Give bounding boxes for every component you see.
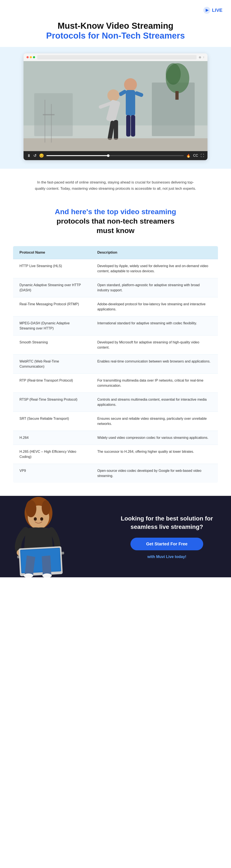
protocol-name: H.264: [13, 431, 91, 445]
table-row: H.265 (HEVC – High Efficiency Video Codi…: [13, 445, 218, 464]
browser-bar: ⊕ ↑: [24, 53, 207, 61]
title-line1: Must-Know Video Streaming: [26, 21, 205, 31]
protocol-name: H.265 (HEVC – High Efficiency Video Codi…: [13, 445, 91, 464]
protocol-desc: Open-source video codec developed by Goo…: [91, 464, 218, 483]
cta-person-illustration: [0, 496, 81, 577]
protocol-desc: Widely used video compression codec for …: [91, 431, 218, 445]
page-header: LIVE: [0, 0, 231, 19]
svg-point-26: [26, 500, 36, 517]
svg-rect-13: [126, 115, 130, 136]
protocol-name: RTSP (Real-Time Streaming Protocol): [13, 393, 91, 412]
dot-green: [33, 56, 35, 58]
table-section: Protocol Name Description HTTP Live Stre…: [0, 244, 231, 496]
cta-content: Looking for the best solution for seamle…: [120, 514, 214, 559]
logo-icon: [203, 6, 211, 14]
section-heading-line1: And here's the top video streaming: [26, 207, 205, 216]
protocol-name: Real-Time Messaging Protocol (RTMP): [13, 297, 91, 316]
controls-right: 🔥 CC ⛶: [186, 154, 204, 158]
title-line2: Protocols for Non-Tech Streamers: [26, 31, 205, 40]
protocol-desc: Ensures secure and reliable video stream…: [91, 412, 218, 431]
progress-thumb: [107, 154, 110, 157]
logo: LIVE: [203, 6, 223, 14]
protocol-desc: For transmitting multimedia data over IP…: [91, 374, 218, 393]
protocol-desc: Developed by Microsoft for adaptive stre…: [91, 336, 218, 354]
table-row: HTTP Live Streaming (HLS) Developed by A…: [13, 259, 218, 278]
protocol-desc: The successor to H.264, offering higher …: [91, 445, 218, 464]
dot-yellow: [30, 56, 32, 58]
title-section: Must-Know Video Streaming Protocols for …: [0, 19, 231, 47]
protocol-name: WebRTC (Web Real-Time Communication): [13, 354, 91, 374]
browser-address-bar: [37, 55, 197, 59]
svg-point-27: [42, 500, 50, 515]
protocol-desc: Enables real-time communication between …: [91, 354, 218, 374]
col-header-name: Protocol Name: [13, 246, 91, 259]
table-row: WebRTC (Web Real-Time Communication) Ena…: [13, 354, 218, 374]
table-row: VP9 Open-source video codec developed by…: [13, 464, 218, 483]
replay-button[interactable]: ↺: [33, 153, 37, 158]
progress-fill: [46, 155, 108, 156]
protocol-table: Protocol Name Description HTTP Live Stre…: [13, 246, 218, 483]
svg-rect-14: [131, 115, 135, 136]
cta-sub-text: with: [147, 555, 156, 559]
col-header-desc: Description: [91, 246, 218, 259]
table-header-row: Protocol Name Description: [13, 246, 218, 259]
progress-bar[interactable]: [46, 155, 184, 156]
svg-point-29: [40, 517, 43, 521]
table-row: Dynamic Adaptive Streaming over HTTP (DA…: [13, 278, 218, 297]
protocol-name: Dynamic Adaptive Streaming over HTTP (DA…: [13, 278, 91, 297]
cta-section: Looking for the best solution for seamle…: [0, 496, 231, 577]
person-svg: [0, 496, 81, 577]
fullscreen-button[interactable]: ⛶: [201, 154, 204, 158]
fire-icon: 🔥: [186, 154, 191, 158]
cta-sub-link[interactable]: Muvi Live: [156, 555, 174, 559]
table-row: RTSP (Real-Time Streaming Protocol) Cont…: [13, 393, 218, 412]
video-scene-svg: [24, 61, 207, 151]
protocol-desc: Controls and streams multimedia content,…: [91, 393, 218, 412]
browser-dots: [27, 56, 35, 58]
emoji-button[interactable]: 😊: [39, 153, 44, 158]
table-body: HTTP Live Streaming (HLS) Developed by A…: [13, 259, 218, 483]
video-player: ⊕ ↑: [24, 53, 207, 160]
section-heading: And here's the top video streaming proto…: [0, 203, 231, 244]
protocol-name: VP9: [13, 464, 91, 483]
svg-rect-8: [176, 91, 179, 100]
browser-icon-1: ⊕: [199, 56, 201, 59]
protocol-desc: Adobe-developed protocol for low-latency…: [91, 297, 218, 316]
svg-rect-19: [114, 120, 118, 140]
video-section: ⊕ ↑: [0, 47, 231, 169]
table-row: Smooth Streaming Developed by Microsoft …: [13, 336, 218, 354]
protocol-name: SRT (Secure Reliable Transport): [13, 412, 91, 431]
pause-button[interactable]: ⏸: [27, 154, 31, 158]
protocol-desc: International standard for adaptive stre…: [91, 316, 218, 336]
protocol-name: MPEG-DASH (Dynamic Adaptive Streaming ov…: [13, 316, 91, 336]
table-row: SRT (Secure Reliable Transport) Ensures …: [13, 412, 218, 431]
svg-rect-10: [126, 90, 135, 116]
svg-point-15: [107, 89, 119, 101]
protocol-desc: Open standard, platform-agnostic for ada…: [91, 278, 218, 297]
cta-subtitle: with Muvi Live today!: [120, 555, 214, 559]
table-row: H.264 Widely used video compression code…: [13, 431, 218, 445]
cta-title: Looking for the best solution for seamle…: [120, 514, 214, 531]
section-heading-line3: must know: [26, 226, 205, 235]
svg-point-28: [34, 517, 37, 521]
intro-text: In the fast-paced world of online stream…: [0, 169, 231, 203]
svg-point-7: [166, 63, 181, 85]
table-row: RTP (Real-time Transport Protocol) For t…: [13, 374, 218, 393]
intro-paragraph: In the fast-paced world of online stream…: [34, 180, 197, 192]
section-heading-line2: protocols that non-tech streamers: [26, 216, 205, 226]
cc-button[interactable]: CC: [193, 154, 198, 158]
table-row: MPEG-DASH (Dynamic Adaptive Streaming ov…: [13, 316, 218, 336]
svg-point-9: [124, 78, 137, 91]
protocol-desc: Developed by Apple, widely used for deli…: [91, 259, 218, 278]
cta-sub-suffix: today!: [174, 555, 186, 559]
dot-red: [27, 56, 29, 58]
protocol-name: Smooth Streaming: [13, 336, 91, 354]
protocol-name: HTTP Live Streaming (HLS): [13, 259, 91, 278]
video-controls[interactable]: ⏸ ↺ 😊 🔥 CC ⛶: [24, 151, 207, 160]
table-row: Real-Time Messaging Protocol (RTMP) Adob…: [13, 297, 218, 316]
video-thumbnail: [24, 61, 207, 151]
browser-icons: ⊕ ↑: [199, 56, 204, 59]
protocol-name: RTP (Real-time Transport Protocol): [13, 374, 91, 393]
logo-text: LIVE: [212, 7, 223, 13]
get-started-button[interactable]: Get Started For Free: [130, 538, 203, 550]
